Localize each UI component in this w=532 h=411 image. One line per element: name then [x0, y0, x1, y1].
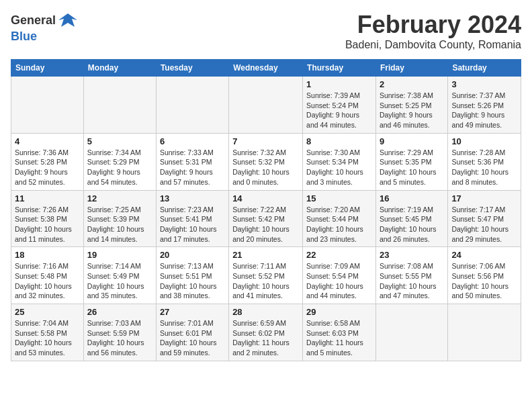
- col-saturday: Saturday: [448, 60, 521, 77]
- day-number: 1: [306, 79, 372, 89]
- logo-bird-icon: [58, 11, 77, 30]
- day-number: 28: [232, 307, 299, 317]
- day-info: Sunrise: 6:58 AMSunset: 6:03 PMDaylight:…: [306, 318, 372, 358]
- day-number: 24: [451, 250, 517, 260]
- day-info: Sunrise: 6:59 AMSunset: 6:02 PMDaylight:…: [232, 318, 299, 358]
- table-row: 20Sunrise: 7:13 AMSunset: 5:51 PMDayligh…: [156, 247, 228, 304]
- day-info: Sunrise: 7:17 AMSunset: 5:47 PMDaylight:…: [451, 205, 517, 244]
- table-row: 2Sunrise: 7:38 AMSunset: 5:25 PMDaylight…: [375, 77, 447, 134]
- table-row: 4Sunrise: 7:36 AMSunset: 5:28 PMDaylight…: [11, 133, 84, 190]
- day-number: 23: [380, 250, 444, 260]
- calendar-week-row: 25Sunrise: 7:04 AMSunset: 5:58 PMDayligh…: [11, 304, 521, 361]
- day-info: Sunrise: 7:09 AMSunset: 5:54 PMDaylight:…: [306, 261, 372, 301]
- logo: General Blue: [11, 11, 77, 44]
- day-info: Sunrise: 7:19 AMSunset: 5:45 PMDaylight:…: [380, 205, 444, 244]
- day-info: Sunrise: 7:32 AMSunset: 5:32 PMDaylight:…: [232, 148, 299, 187]
- day-number: 4: [15, 136, 80, 146]
- day-number: 6: [160, 136, 225, 146]
- col-wednesday: Wednesday: [229, 60, 303, 77]
- table-row: [375, 304, 447, 361]
- table-row: 10Sunrise: 7:28 AMSunset: 5:36 PMDayligh…: [448, 133, 521, 190]
- day-number: 3: [451, 79, 517, 89]
- day-info: Sunrise: 7:04 AMSunset: 5:58 PMDaylight:…: [15, 318, 80, 358]
- table-row: 29Sunrise: 6:58 AMSunset: 6:03 PMDayligh…: [303, 304, 376, 361]
- day-info: Sunrise: 7:36 AMSunset: 5:28 PMDaylight:…: [15, 148, 80, 187]
- table-row: [448, 304, 521, 361]
- day-info: Sunrise: 7:34 AMSunset: 5:29 PMDaylight:…: [87, 148, 152, 187]
- day-info: Sunrise: 7:03 AMSunset: 5:59 PMDaylight:…: [87, 318, 152, 358]
- table-row: [229, 77, 303, 134]
- day-info: Sunrise: 7:33 AMSunset: 5:31 PMDaylight:…: [160, 148, 225, 187]
- logo-general-text: General: [11, 13, 56, 28]
- day-info: Sunrise: 7:26 AMSunset: 5:38 PMDaylight:…: [15, 205, 80, 244]
- day-number: 2: [380, 79, 444, 89]
- day-info: Sunrise: 7:14 AMSunset: 5:49 PMDaylight:…: [87, 261, 152, 301]
- day-info: Sunrise: 7:37 AMSunset: 5:26 PMDaylight:…: [451, 91, 517, 130]
- day-number: 5: [87, 136, 152, 146]
- table-row: 1Sunrise: 7:39 AMSunset: 5:24 PMDaylight…: [303, 77, 376, 134]
- page-header: General Blue February 2024 Badeni, Dambo…: [11, 11, 521, 51]
- day-number: 27: [160, 307, 225, 317]
- day-number: 13: [160, 193, 225, 203]
- day-number: 11: [15, 193, 80, 203]
- table-row: 21Sunrise: 7:11 AMSunset: 5:52 PMDayligh…: [229, 247, 303, 304]
- day-number: 8: [306, 136, 372, 146]
- day-info: Sunrise: 7:22 AMSunset: 5:42 PMDaylight:…: [232, 205, 299, 244]
- table-row: 26Sunrise: 7:03 AMSunset: 5:59 PMDayligh…: [83, 304, 156, 361]
- day-number: 17: [451, 193, 517, 203]
- day-info: Sunrise: 7:20 AMSunset: 5:44 PMDaylight:…: [306, 205, 372, 244]
- logo-blue-text: Blue: [11, 30, 37, 43]
- day-number: 21: [232, 250, 299, 260]
- day-info: Sunrise: 7:25 AMSunset: 5:39 PMDaylight:…: [87, 205, 152, 244]
- table-row: 12Sunrise: 7:25 AMSunset: 5:39 PMDayligh…: [83, 190, 156, 247]
- page-subtitle: Badeni, Dambovita County, Romania: [345, 39, 521, 51]
- day-number: 16: [380, 193, 444, 203]
- day-info: Sunrise: 7:01 AMSunset: 6:01 PMDaylight:…: [160, 318, 225, 358]
- day-info: Sunrise: 7:28 AMSunset: 5:36 PMDaylight:…: [451, 148, 517, 187]
- col-sunday: Sunday: [11, 60, 84, 77]
- table-row: 27Sunrise: 7:01 AMSunset: 6:01 PMDayligh…: [156, 304, 228, 361]
- table-row: 3Sunrise: 7:37 AMSunset: 5:26 PMDaylight…: [448, 77, 521, 134]
- table-row: 23Sunrise: 7:08 AMSunset: 5:55 PMDayligh…: [375, 247, 447, 304]
- day-number: 22: [306, 250, 372, 260]
- table-row: 8Sunrise: 7:30 AMSunset: 5:34 PMDaylight…: [303, 133, 376, 190]
- day-number: 10: [451, 136, 517, 146]
- table-row: 14Sunrise: 7:22 AMSunset: 5:42 PMDayligh…: [229, 190, 303, 247]
- table-row: 9Sunrise: 7:29 AMSunset: 5:35 PMDaylight…: [375, 133, 447, 190]
- table-row: 28Sunrise: 6:59 AMSunset: 6:02 PMDayligh…: [229, 304, 303, 361]
- table-row: 5Sunrise: 7:34 AMSunset: 5:29 PMDaylight…: [83, 133, 156, 190]
- col-tuesday: Tuesday: [156, 60, 228, 77]
- calendar-week-row: 11Sunrise: 7:26 AMSunset: 5:38 PMDayligh…: [11, 190, 521, 247]
- calendar-table: Sunday Monday Tuesday Wednesday Thursday…: [11, 59, 521, 361]
- day-info: Sunrise: 7:29 AMSunset: 5:35 PMDaylight:…: [380, 148, 444, 187]
- page-title: February 2024: [345, 11, 521, 39]
- day-number: 14: [232, 193, 299, 203]
- table-row: 25Sunrise: 7:04 AMSunset: 5:58 PMDayligh…: [11, 304, 84, 361]
- day-info: Sunrise: 7:16 AMSunset: 5:48 PMDaylight:…: [15, 261, 80, 301]
- day-number: 20: [160, 250, 225, 260]
- day-info: Sunrise: 7:23 AMSunset: 5:41 PMDaylight:…: [160, 205, 225, 244]
- day-info: Sunrise: 7:08 AMSunset: 5:55 PMDaylight:…: [380, 261, 444, 301]
- table-row: 18Sunrise: 7:16 AMSunset: 5:48 PMDayligh…: [11, 247, 84, 304]
- day-info: Sunrise: 7:30 AMSunset: 5:34 PMDaylight:…: [306, 148, 372, 187]
- day-info: Sunrise: 7:13 AMSunset: 5:51 PMDaylight:…: [160, 261, 225, 301]
- table-row: 17Sunrise: 7:17 AMSunset: 5:47 PMDayligh…: [448, 190, 521, 247]
- calendar-header-row: Sunday Monday Tuesday Wednesday Thursday…: [11, 60, 521, 77]
- calendar-week-row: 18Sunrise: 7:16 AMSunset: 5:48 PMDayligh…: [11, 247, 521, 304]
- table-row: 16Sunrise: 7:19 AMSunset: 5:45 PMDayligh…: [375, 190, 447, 247]
- day-number: 9: [380, 136, 444, 146]
- table-row: 19Sunrise: 7:14 AMSunset: 5:49 PMDayligh…: [83, 247, 156, 304]
- day-number: 19: [87, 250, 152, 260]
- day-info: Sunrise: 7:38 AMSunset: 5:25 PMDaylight:…: [380, 91, 444, 130]
- table-row: 11Sunrise: 7:26 AMSunset: 5:38 PMDayligh…: [11, 190, 84, 247]
- table-row: [156, 77, 228, 134]
- table-row: 15Sunrise: 7:20 AMSunset: 5:44 PMDayligh…: [303, 190, 376, 247]
- day-number: 7: [232, 136, 299, 146]
- table-row: 22Sunrise: 7:09 AMSunset: 5:54 PMDayligh…: [303, 247, 376, 304]
- table-row: 7Sunrise: 7:32 AMSunset: 5:32 PMDaylight…: [229, 133, 303, 190]
- day-number: 18: [15, 250, 80, 260]
- calendar-week-row: 1Sunrise: 7:39 AMSunset: 5:24 PMDaylight…: [11, 77, 521, 134]
- table-row: 6Sunrise: 7:33 AMSunset: 5:31 PMDaylight…: [156, 133, 228, 190]
- col-friday: Friday: [375, 60, 447, 77]
- calendar-week-row: 4Sunrise: 7:36 AMSunset: 5:28 PMDaylight…: [11, 133, 521, 190]
